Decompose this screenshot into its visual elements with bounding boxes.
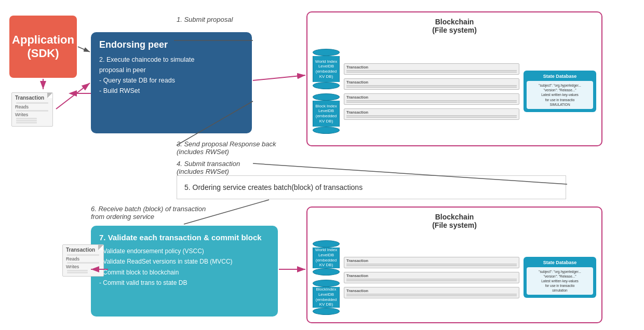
step3-label: 3. Send proposal Response back (includes… — [177, 140, 276, 156]
transaction-doc-top: Transaction Reads Writes — [11, 92, 53, 127]
mini-tx-top-4: Transaction — [344, 108, 519, 120]
validate-box: 7. Validate each transaction & commit bl… — [91, 226, 278, 317]
mini-tx-top-1: Transaction — [344, 63, 519, 75]
arrow-doc-to-peer — [56, 83, 90, 109]
diagram: Application (SDK) Transaction Reads Writ… — [0, 0, 644, 330]
transaction-reads-bottom: Reads — [66, 256, 100, 262]
step1-label: 1. Submit proposal — [177, 16, 233, 23]
blockchain-top-title: Blockchain (File system) — [313, 18, 596, 34]
step5-label: 5. Ordering service creates batch(block)… — [184, 183, 363, 191]
endorsing-peer-content: 2. Execute chaincode to simulate proposa… — [99, 54, 244, 96]
endorsing-peer-title: Endorsing peer — [99, 39, 244, 50]
cylinder-top-1-label: World IndexLevelDB(embedded KV DB) — [314, 59, 338, 79]
mini-tx-bottom-3: Transaction — [344, 287, 519, 298]
state-db-top: State Database "subject": "org.hyperledg… — [524, 71, 596, 112]
mini-tx-bottom-2: Transaction — [344, 272, 519, 283]
state-db-top-content: "subject": "org.hyperledger..."version":… — [527, 81, 593, 108]
transaction-writes-top: Writes — [15, 112, 49, 117]
mini-tx-top-2: Transaction — [344, 78, 519, 90]
arrow-peer-to-blockchain-top — [253, 75, 305, 80]
blockchain-bottom-title: Blockchain (File system) — [313, 213, 596, 229]
state-db-bottom-title: State Database — [527, 260, 593, 265]
transaction-title-top: Transaction — [15, 95, 49, 101]
blockchain-panel-top: Blockchain (File system) World IndexLeve… — [306, 11, 602, 146]
cylinder-bottom-2: BlockIndexLevelDB(embedded KV DB) — [313, 280, 340, 315]
app-sdk-label: Application (SDK) — [12, 33, 74, 61]
arrow-step1 — [78, 47, 90, 52]
doc-paper-top: Transaction Reads Writes — [11, 92, 53, 127]
step6-label: 6. Receive batch (block) of transaction … — [91, 205, 206, 221]
cylinder-bottom-1: World IndexLevelDB(embedded KV DB) — [313, 240, 340, 276]
transaction-doc-bottom: Transaction Reads Writes — [62, 244, 104, 277]
doc-paper-bottom: Transaction Reads Writes — [62, 244, 104, 277]
mini-tx-bottom-1: Transaction — [344, 257, 519, 268]
mini-tx-top-3: Transaction — [344, 93, 519, 105]
state-db-bottom: State Database "subject": "org.hyperledg… — [524, 257, 596, 298]
state-db-top-title: State Database — [527, 74, 593, 79]
transaction-reads-top: Reads — [15, 104, 49, 109]
endorsing-peer-box: Endorsing peer 2. Execute chaincode to s… — [91, 32, 252, 133]
state-db-bottom-content: "subject": "org.hyperledger..."version":… — [527, 267, 593, 295]
validate-content: - Validate endorsement policy (VSCC) - V… — [99, 246, 270, 288]
blockchain-panel-bottom: Blockchain (File system) World IndexLeve… — [306, 207, 602, 323]
app-sdk-box: Application (SDK) — [9, 16, 77, 78]
validate-title: 7. Validate each transaction & commit bl… — [99, 233, 270, 242]
cylinder-top-2: Block IndexLevelDB(embedded KV DB) — [313, 93, 340, 134]
transaction-title-bottom: Transaction — [66, 247, 100, 253]
transaction-writes-bottom: Writes — [66, 264, 100, 269]
step4-label: 4. Submit transaction (includes RWSet) — [177, 160, 240, 175]
ordering-box: 5. Ordering service creates batch(block)… — [177, 175, 566, 199]
cylinder-top-1: World IndexLevelDB(embedded KV DB) — [313, 49, 340, 89]
cylinder-top-2-label: Block IndexLevelDB(embedded KV DB) — [314, 104, 338, 123]
